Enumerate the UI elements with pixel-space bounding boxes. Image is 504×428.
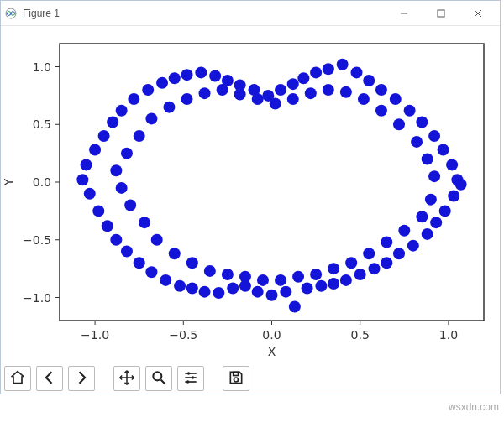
svg-point-81 — [404, 105, 416, 117]
scatter-plot: −1.0−0.50.00.51.0−1.0−0.50.00.51.0XY — [1, 26, 500, 363]
svg-point-139 — [187, 372, 190, 374]
maximize-button[interactable] — [423, 2, 459, 25]
figure-window: Figure 1 −1.0−0.50.00.51.0−1.0−0.50.00.5… — [0, 0, 501, 394]
svg-point-44 — [160, 274, 171, 286]
svg-point-31 — [89, 144, 101, 156]
svg-point-43 — [156, 77, 168, 89]
svg-point-47 — [181, 69, 193, 81]
svg-point-126 — [381, 237, 392, 248]
svg-point-83 — [416, 117, 428, 128]
svg-rect-5 — [60, 44, 484, 321]
svg-point-105 — [199, 87, 211, 99]
svg-point-33 — [98, 130, 110, 142]
app-icon — [4, 7, 18, 20]
save-button[interactable] — [223, 366, 249, 391]
svg-text:0.5: 0.5 — [33, 117, 51, 131]
svg-point-100 — [151, 234, 163, 246]
svg-point-85 — [428, 130, 440, 142]
svg-text:Y: Y — [2, 178, 15, 186]
svg-point-113 — [270, 98, 281, 110]
svg-point-46 — [174, 280, 186, 292]
svg-point-49 — [195, 66, 207, 78]
svg-point-62 — [280, 286, 291, 298]
svg-point-66 — [302, 283, 313, 295]
svg-point-82 — [407, 240, 419, 252]
svg-point-94 — [116, 182, 128, 194]
back-button[interactable] — [36, 366, 63, 391]
svg-text:−1.0: −1.0 — [81, 328, 109, 342]
svg-point-101 — [163, 102, 175, 113]
svg-point-67 — [310, 66, 322, 78]
svg-point-65 — [297, 72, 309, 84]
titlebar[interactable]: Figure 1 — [1, 1, 500, 26]
home-button[interactable] — [4, 366, 31, 391]
home-icon — [9, 369, 26, 389]
svg-rect-142 — [234, 372, 239, 375]
matplotlib-toolbar — [1, 363, 500, 394]
close-button[interactable] — [459, 2, 496, 25]
window-title: Figure 1 — [23, 8, 60, 19]
forward-icon — [73, 369, 90, 389]
svg-point-48 — [186, 283, 198, 295]
svg-point-114 — [275, 274, 286, 286]
svg-point-128 — [398, 225, 410, 237]
svg-point-125 — [375, 105, 387, 117]
svg-point-71 — [337, 59, 349, 70]
svg-point-28 — [76, 174, 88, 185]
svg-point-74 — [354, 269, 366, 280]
svg-point-54 — [227, 283, 239, 295]
pan-button[interactable] — [113, 366, 140, 391]
svg-text:X: X — [268, 345, 276, 358]
svg-point-132 — [425, 194, 437, 206]
svg-point-84 — [422, 228, 433, 240]
svg-point-50 — [199, 286, 211, 298]
svg-point-106 — [204, 265, 216, 277]
svg-point-99 — [145, 112, 157, 124]
svg-point-80 — [393, 248, 405, 259]
svg-point-36 — [110, 234, 122, 246]
pan-icon — [118, 369, 135, 389]
svg-point-104 — [186, 257, 198, 269]
svg-point-41 — [142, 84, 154, 96]
svg-point-58 — [252, 286, 264, 298]
svg-point-70 — [328, 278, 339, 290]
svg-point-118 — [310, 269, 322, 280]
svg-point-103 — [181, 93, 193, 105]
configure-button[interactable] — [177, 366, 204, 391]
svg-point-131 — [422, 154, 433, 165]
svg-text:1.0: 1.0 — [33, 60, 51, 74]
svg-point-72 — [340, 274, 352, 286]
svg-point-78 — [381, 257, 392, 269]
svg-point-37 — [116, 105, 128, 117]
svg-text:0.5: 0.5 — [351, 328, 370, 342]
zoom-button[interactable] — [145, 366, 172, 391]
minimize-button[interactable] — [386, 2, 423, 25]
svg-point-34 — [102, 220, 113, 232]
svg-point-96 — [124, 200, 136, 211]
watermark-text: wsxdn.com — [449, 401, 499, 413]
svg-point-112 — [257, 274, 269, 286]
svg-point-90 — [448, 191, 459, 202]
svg-point-141 — [186, 380, 189, 383]
svg-point-134 — [153, 372, 161, 380]
svg-point-40 — [134, 257, 145, 269]
svg-point-130 — [416, 211, 428, 222]
svg-point-111 — [252, 93, 264, 105]
svg-point-95 — [121, 148, 133, 159]
zoom-icon — [150, 369, 167, 389]
svg-point-97 — [134, 130, 145, 142]
svg-point-77 — [375, 84, 387, 96]
svg-point-88 — [439, 205, 451, 217]
svg-point-76 — [369, 263, 381, 274]
svg-text:−0.5: −0.5 — [23, 233, 51, 247]
svg-point-45 — [169, 72, 181, 84]
svg-point-60 — [266, 290, 278, 301]
plot-area[interactable]: −1.0−0.50.00.51.0−1.0−0.50.00.51.0XY — [1, 26, 500, 363]
svg-rect-2 — [438, 10, 444, 17]
forward-button[interactable] — [68, 366, 95, 391]
svg-point-119 — [323, 84, 334, 96]
svg-point-86 — [430, 217, 442, 228]
svg-point-39 — [128, 93, 139, 105]
svg-point-116 — [292, 271, 304, 283]
svg-point-123 — [358, 93, 370, 105]
